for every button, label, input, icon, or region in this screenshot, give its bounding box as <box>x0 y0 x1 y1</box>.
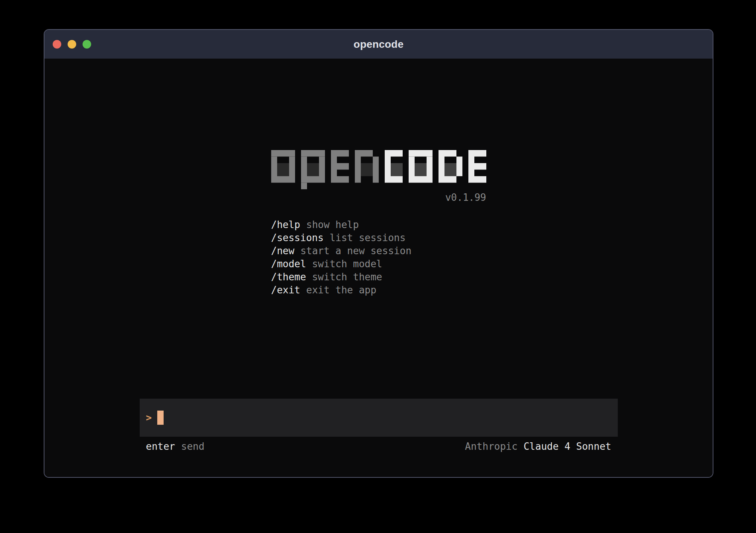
command-description: show help <box>306 219 359 230</box>
command-row: /newstart a new session <box>271 244 486 258</box>
command-name: /model <box>271 258 306 269</box>
command-name: /new <box>271 245 295 256</box>
prompt-caret: > <box>146 411 152 425</box>
enter-key-hint: enter <box>146 441 175 452</box>
window-titlebar[interactable]: opencode <box>44 30 713 59</box>
opencode-logo <box>271 150 486 189</box>
model-label: Claude 4 Sonnet <box>524 441 611 452</box>
command-description: start a new session <box>300 245 411 256</box>
window-title: opencode <box>354 38 404 50</box>
model-indicator: AnthropicClaude 4 Sonnet <box>465 440 611 452</box>
close-button[interactable] <box>53 40 61 49</box>
command-row: /modelswitch model <box>271 258 486 271</box>
command-name: /sessions <box>271 232 324 243</box>
provider-label: Anthropic <box>465 441 518 452</box>
terminal-screen: v0.1.99 /helpshow help/sessionslist sess… <box>44 59 713 478</box>
splash-hero: v0.1.99 /helpshow help/sessionslist sess… <box>271 150 486 297</box>
opencode-window: opencode v0.1.99 /helpshow help/sessions… <box>44 29 713 478</box>
send-hint: entersend <box>146 440 205 452</box>
prompt-input[interactable]: > <box>140 399 618 437</box>
version-label: v0.1.99 <box>271 191 486 203</box>
command-row: /helpshow help <box>271 218 486 231</box>
command-name: /exit <box>271 284 300 296</box>
command-list: /helpshow help/sessionslist sessions/new… <box>271 218 486 297</box>
status-bar: entersend AnthropicClaude 4 Sonnet <box>140 440 618 452</box>
send-action-hint: send <box>181 441 205 452</box>
command-row: /exitexit the app <box>271 284 486 297</box>
command-row: /sessionslist sessions <box>271 231 486 244</box>
text-cursor <box>157 411 164 425</box>
command-description: switch theme <box>312 271 382 283</box>
command-description: list sessions <box>329 232 406 243</box>
command-row: /themeswitch theme <box>271 271 486 284</box>
command-name: /help <box>271 219 300 230</box>
traffic-lights <box>53 30 91 59</box>
command-name: /theme <box>271 271 306 283</box>
command-description: switch model <box>312 258 382 269</box>
command-description: exit the app <box>306 284 377 296</box>
zoom-button[interactable] <box>83 40 91 49</box>
minimize-button[interactable] <box>68 40 76 49</box>
